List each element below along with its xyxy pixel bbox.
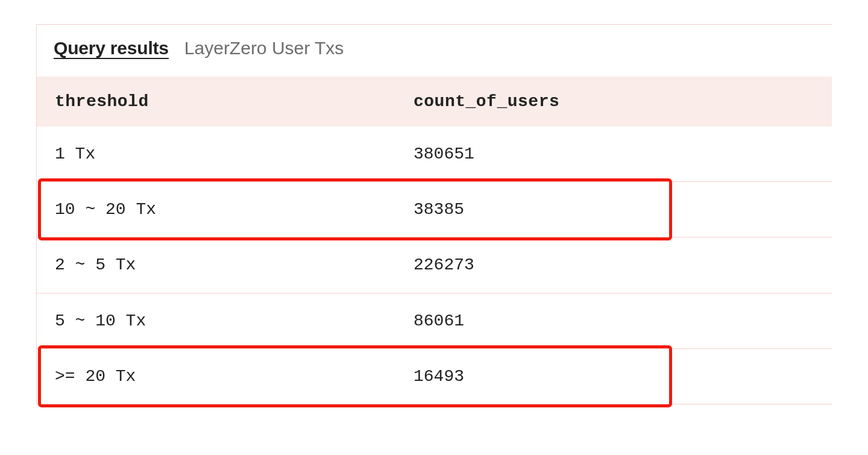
page-subtitle: LayerZero User Txs <box>184 38 344 58</box>
panel-header: Query results LayerZero User Txs <box>37 25 832 77</box>
cell-count: 86061 <box>414 309 814 333</box>
table-row: 2 ~ 5 Tx 226273 <box>37 237 832 293</box>
cell-count: 16493 <box>414 365 814 388</box>
cell-threshold: 5 ~ 10 Tx <box>55 309 414 333</box>
column-header-threshold[interactable]: threshold <box>55 92 414 111</box>
cell-threshold: 10 ~ 20 Tx <box>55 198 414 221</box>
table-row: >= 20 Tx 16493 <box>37 349 832 404</box>
cell-count: 226273 <box>414 253 814 277</box>
results-table: threshold count_of_users 1 Tx 380651 10 … <box>37 77 832 404</box>
cell-threshold: 1 Tx <box>55 142 414 166</box>
query-results-panel: Query results LayerZero User Txs thresho… <box>36 24 832 404</box>
table-row: 5 ~ 10 Tx 86061 <box>37 293 832 349</box>
page-title[interactable]: Query results <box>54 38 169 58</box>
table-row: 1 Tx 380651 <box>37 127 832 182</box>
cell-threshold: >= 20 Tx <box>55 365 414 388</box>
table-row: 10 ~ 20 Tx 38385 <box>37 182 832 237</box>
cell-count: 380651 <box>414 142 814 166</box>
cell-count: 38385 <box>414 198 814 221</box>
table-header-row: threshold count_of_users <box>37 77 832 127</box>
column-header-count[interactable]: count_of_users <box>414 92 814 111</box>
cell-threshold: 2 ~ 5 Tx <box>55 253 414 277</box>
